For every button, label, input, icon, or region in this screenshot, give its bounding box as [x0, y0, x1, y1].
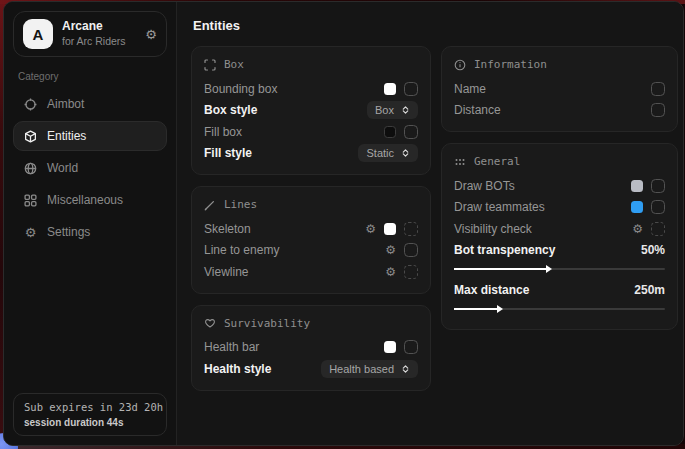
session-duration-text: session duration 44s	[24, 417, 156, 428]
line-to-enemy-label: Line to enemy	[204, 243, 377, 257]
fill-style-label: Fill style	[204, 146, 350, 160]
visibility-check-label: Visibility check	[454, 222, 624, 236]
bot-transparency-value: 50%	[641, 243, 665, 257]
draw-teammates-label: Draw teammates	[454, 200, 623, 214]
fill-style-value: Static	[366, 147, 394, 159]
draw-teammates-row: Draw teammates	[454, 197, 665, 219]
max-distance-label: Max distance	[454, 283, 626, 297]
name-row: Name	[454, 78, 665, 100]
visibility-check-settings-gear-icon[interactable]: ⚙	[632, 223, 643, 235]
box-style-select[interactable]: Box	[367, 101, 418, 119]
max-distance-slider-fill	[454, 308, 498, 310]
max-distance-row: Max distance 250m	[454, 279, 665, 301]
skeleton-label: Skeleton	[204, 222, 357, 236]
chevrons-up-down-icon	[401, 148, 410, 158]
skeleton-row: Skeleton ⚙	[204, 218, 418, 240]
draw-bots-checkbox[interactable]	[651, 179, 665, 193]
distance-checkbox[interactable]	[651, 103, 665, 117]
subscription-card: Sub expires in 23d 20h session duration …	[13, 393, 167, 436]
health-bar-row: Health bar	[204, 337, 418, 359]
chevrons-up-down-icon	[401, 364, 410, 374]
health-style-row: Health style Health based	[204, 358, 418, 380]
fill-box-label: Fill box	[204, 125, 376, 139]
survivability-panel-title: Survivability	[224, 317, 310, 330]
fill-style-row: Fill style Static	[204, 143, 418, 165]
bounding-box-label: Bounding box	[204, 82, 376, 96]
sidebar-item-label: Aimbot	[47, 97, 84, 111]
bounding-box-color-swatch[interactable]	[384, 83, 396, 95]
page-title: Entities	[193, 18, 676, 33]
health-style-label: Health style	[204, 362, 313, 376]
draw-bots-color-swatch[interactable]	[631, 180, 643, 192]
general-panel-title: General	[474, 155, 520, 168]
information-panel-header: Information	[454, 58, 665, 71]
info-icon	[454, 59, 466, 71]
bounding-box-checkbox[interactable]	[404, 82, 418, 96]
health-style-select[interactable]: Health based	[321, 360, 418, 378]
sidebar-item-label: Miscellaneous	[47, 193, 123, 207]
sync-gear-icon[interactable]: ⚙	[145, 27, 157, 42]
dots-grid-icon	[454, 156, 466, 168]
category-label: Category	[18, 71, 162, 82]
line-to-enemy-checkbox[interactable]	[404, 243, 418, 257]
lines-panel: Lines Skeleton ⚙ Line to enemy ⚙ Vi	[191, 186, 431, 294]
fill-box-checkbox[interactable]	[404, 125, 418, 139]
brand-text: Arcane for Arc Riders	[62, 20, 126, 48]
fill-style-select[interactable]: Static	[358, 144, 418, 162]
brand-name: Arcane	[62, 20, 126, 33]
right-column: Information Name Distance	[441, 46, 678, 330]
sidebar-item-settings[interactable]: ⚙ Settings	[13, 217, 167, 247]
skeleton-color-swatch[interactable]	[384, 223, 396, 235]
scan-corners-icon	[204, 59, 216, 71]
draw-teammates-color-swatch[interactable]	[631, 201, 643, 213]
sidebar-item-miscellaneous[interactable]: Miscellaneous	[13, 185, 167, 215]
general-panel-header: General	[454, 155, 665, 168]
distance-label: Distance	[454, 103, 643, 117]
brand-card: A Arcane for Arc Riders ⚙	[13, 11, 167, 57]
visibility-check-checkbox[interactable]	[651, 222, 665, 236]
box-panel: Box Bounding box Box style Box	[191, 46, 431, 175]
app-window: A Arcane for Arc Riders ⚙ Category Aimbo…	[3, 1, 684, 446]
viewline-checkbox[interactable]	[404, 265, 418, 279]
health-style-value: Health based	[329, 363, 394, 375]
sidebar: A Arcane for Arc Riders ⚙ Category Aimbo…	[4, 2, 177, 445]
max-distance-slider[interactable]	[454, 308, 665, 310]
name-checkbox[interactable]	[651, 82, 665, 96]
panel-columns: Box Bounding box Box style Box	[191, 46, 678, 391]
line-to-enemy-settings-gear-icon[interactable]: ⚙	[385, 244, 396, 256]
survivability-panel: Survivability Health bar Health style He…	[191, 305, 431, 391]
sub-expires-text: Sub expires in 23d 20h	[24, 401, 156, 413]
box-style-value: Box	[375, 104, 394, 116]
sidebar-item-entities[interactable]: Entities	[13, 121, 167, 151]
visibility-check-row: Visibility check ⚙	[454, 218, 665, 240]
draw-bots-row: Draw BOTs	[454, 175, 665, 197]
fill-box-row: Fill box	[204, 121, 418, 143]
viewline-row: Viewline ⚙	[204, 261, 418, 283]
sidebar-item-aimbot[interactable]: Aimbot	[13, 89, 167, 119]
crosshair-icon	[24, 98, 37, 111]
fill-box-color-swatch[interactable]	[384, 126, 396, 138]
draw-teammates-checkbox[interactable]	[651, 200, 665, 214]
box-style-row: Box style Box	[204, 100, 418, 122]
distance-row: Distance	[454, 100, 665, 122]
information-panel: Information Name Distance	[441, 46, 678, 132]
bot-transparency-slider[interactable]	[454, 268, 665, 270]
brand-subtitle: for Arc Riders	[62, 36, 126, 48]
health-bar-color-swatch[interactable]	[384, 341, 396, 353]
bounding-box-row: Bounding box	[204, 78, 418, 100]
skeleton-checkbox[interactable]	[404, 222, 418, 236]
viewline-settings-gear-icon[interactable]: ⚙	[385, 266, 396, 278]
main-content: Entities Box Bounding box	[177, 2, 684, 445]
sidebar-item-world[interactable]: World	[13, 153, 167, 183]
max-distance-value: 250m	[634, 283, 665, 297]
viewline-label: Viewline	[204, 265, 377, 279]
grid-icon	[24, 194, 37, 207]
box-panel-header: Box	[204, 58, 418, 71]
sidebar-item-label: World	[47, 161, 78, 175]
heart-icon	[204, 317, 216, 329]
health-bar-checkbox[interactable]	[404, 340, 418, 354]
pencil-line-icon	[204, 199, 216, 211]
skeleton-settings-gear-icon[interactable]: ⚙	[365, 223, 376, 235]
general-panel: General Draw BOTs Draw teammates Visibil…	[441, 143, 678, 330]
globe-icon	[24, 162, 37, 175]
